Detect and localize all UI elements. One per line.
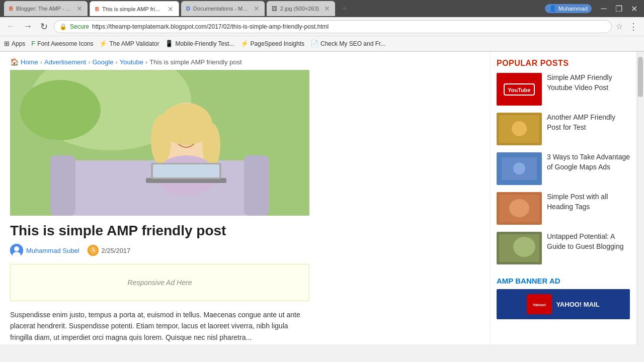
seo-icon: 📄 (310, 40, 318, 47)
scrollbar[interactable] (636, 52, 644, 344)
scroll-thumb[interactable] (638, 57, 643, 97)
post-meta: Muhammad Subel 2/25/2017 (10, 244, 480, 257)
maximize-button[interactable]: ❐ (613, 3, 625, 15)
svg-point-2 (20, 80, 101, 140)
forward-button[interactable]: → (21, 20, 34, 33)
hero-image (10, 70, 309, 216)
popular-posts-title: POPULAR POSTS (497, 52, 630, 73)
breadcrumb-youtube[interactable]: Youtube (120, 58, 143, 66)
svg-rect-13 (153, 164, 219, 177)
svg-point-32 (513, 237, 535, 257)
breadcrumb-sep2: › (88, 58, 90, 66)
back-button[interactable]: ← (4, 20, 17, 33)
thumb-4 (497, 192, 542, 225)
svg-point-26 (513, 162, 525, 174)
bm-pagespeed-label: PageSpeed Insights (251, 40, 304, 47)
bookmark-star-button[interactable]: ☆ (616, 22, 623, 31)
tab3-favicon: D (186, 6, 190, 12)
home-icon: 🏠 (10, 58, 19, 66)
tab1-label: Blogger: The AMP - All p... (16, 6, 71, 12)
tab-1[interactable]: B Blogger: The AMP - All p... ✕ (4, 1, 88, 16)
popular-post-title-1: Simple AMP Friendly Youtube Video Post (547, 73, 630, 93)
author-name: Muhammad Subel (26, 247, 79, 254)
svg-point-23 (512, 121, 527, 136)
profile-name: Muhammad (558, 6, 588, 12)
browser-chrome: B Blogger: The AMP - All p... ✕ B This i… (0, 0, 644, 52)
svg-point-8 (151, 115, 171, 165)
breadcrumb-sep4: › (145, 58, 147, 66)
breadcrumb-home[interactable]: Home (21, 58, 38, 66)
date-meta: 2/25/2017 (88, 245, 131, 256)
bm-seo[interactable]: 📄 Check My SEO and Fr... (310, 40, 385, 47)
svg-rect-5 (244, 155, 269, 216)
tab2-favicon: B (95, 6, 99, 12)
title-bar: B Blogger: The AMP - All p... ✕ B This i… (0, 0, 644, 17)
yahoo-mail-text: YAHOO! MAIL (556, 301, 599, 308)
author-avatar (10, 244, 23, 257)
tab4-close[interactable]: ✕ (324, 5, 330, 13)
post-body-text: Suspendisse enim justo, tempus a porta a… (10, 311, 300, 341)
bm-pagespeed[interactable]: ⚡ PageSpeed Insights (240, 40, 304, 47)
address-bar[interactable]: 🔒 Secure https://theamp-templatemark.blo… (54, 20, 612, 33)
fa-icon: F (31, 40, 35, 47)
secure-icon: 🔒 (59, 23, 67, 30)
omnibar: ← → ↻ 🔒 Secure https://theamp-templatema… (0, 17, 644, 36)
ad-label: Responsive Ad Here (128, 279, 192, 287)
popular-post-1[interactable]: YouTube Simple AMP Friendly Youtube Vide… (497, 73, 630, 106)
thumb-3 (497, 152, 542, 185)
tab-4[interactable]: 🖼 2.jpg (500×263) ✕ (267, 1, 335, 16)
bm-mobile-friendly[interactable]: 📱 Mobile-Friendly Test... (165, 40, 234, 47)
tab4-label: 2.jpg (500×263) (280, 6, 319, 12)
secure-label: Secure (70, 23, 89, 30)
breadcrumb: 🏠 Home › Advertisement › Google › Youtub… (10, 52, 480, 70)
new-tab-button[interactable]: + (337, 2, 351, 16)
clock-icon (88, 245, 99, 256)
breadcrumb-google[interactable]: Google (92, 58, 113, 66)
tab1-close[interactable]: ✕ (76, 5, 83, 13)
main-article: 🏠 Home › Advertisement › Google › Youtub… (0, 52, 490, 344)
thumb-youtube: YouTube (497, 73, 542, 106)
svg-text:Yahoo!: Yahoo! (533, 303, 546, 307)
bm-seo-label: Check My SEO and Fr... (320, 40, 385, 47)
close-button[interactable]: ✕ (628, 3, 640, 15)
popular-post-2[interactable]: Another AMP Friendly Post for Test (497, 113, 630, 145)
page-content: 🏠 Home › Advertisement › Google › Youtub… (0, 52, 644, 344)
tab3-label: Documentations - MS D... (193, 6, 249, 12)
url-text: https://theamp-templatemark.blogspot.com… (92, 23, 329, 30)
banner-ad: Yahoo! YAHOO! MAIL (497, 289, 630, 319)
tab2-label: This is simple AMP frien... (102, 6, 163, 12)
thumb-5 (497, 232, 542, 264)
popular-post-5[interactable]: Untapped Potential: A Guide to Guest Blo… (497, 232, 630, 264)
window-controls: ─ ❐ ✕ (598, 3, 640, 15)
tab2-close[interactable]: ✕ (168, 5, 174, 13)
refresh-button[interactable]: ↻ (38, 20, 50, 33)
profile-button[interactable]: 👤 Muhammad (545, 4, 592, 13)
tab-3[interactable]: D Documentations - MS D... ✕ (181, 1, 265, 16)
author-meta[interactable]: Muhammad Subel (10, 244, 79, 257)
popular-post-4[interactable]: Simple Post with all Heading Tags (497, 192, 630, 225)
minimize-button[interactable]: ─ (598, 3, 610, 15)
post-body: Suspendisse enim justo, tempus a porta a… (10, 309, 309, 343)
menu-button[interactable]: ⋮ (627, 20, 640, 33)
bm-apps-label: Apps (12, 40, 25, 47)
popular-post-title-5: Untapped Potential: A Guide to Guest Blo… (547, 232, 630, 251)
bm-fontawesome[interactable]: F Font Awesome Icons (31, 40, 93, 47)
breadcrumb-sep1: › (40, 58, 42, 66)
popular-post-title-2: Another AMP Friendly Post for Test (547, 113, 630, 132)
tab3-close[interactable]: ✕ (254, 5, 260, 13)
breadcrumb-advertisement[interactable]: Advertisement (44, 58, 86, 66)
svg-point-15 (14, 246, 19, 251)
tab4-favicon: 🖼 (272, 6, 277, 12)
bm-apps[interactable]: ⊞ Apps (4, 40, 25, 47)
post-title: This is simple AMP friendly post (10, 223, 480, 239)
sidebar: POPULAR POSTS YouTube Simple AMP Friendl… (490, 52, 636, 344)
amp-icon: ⚡ (99, 40, 107, 47)
bm-amp-label: The AMP Validator (109, 40, 159, 47)
popular-post-3[interactable]: 3 Ways to Take Advantage of Google Maps … (497, 152, 630, 185)
bm-fontawesome-label: Font Awesome Icons (37, 40, 93, 47)
mobile-icon: 📱 (165, 40, 173, 47)
pagespeed-icon: ⚡ (240, 40, 249, 47)
tab-2[interactable]: B This is simple AMP frien... ✕ (90, 1, 179, 16)
bm-amp-validator[interactable]: ⚡ The AMP Validator (99, 40, 159, 47)
hero-placeholder (10, 70, 309, 216)
